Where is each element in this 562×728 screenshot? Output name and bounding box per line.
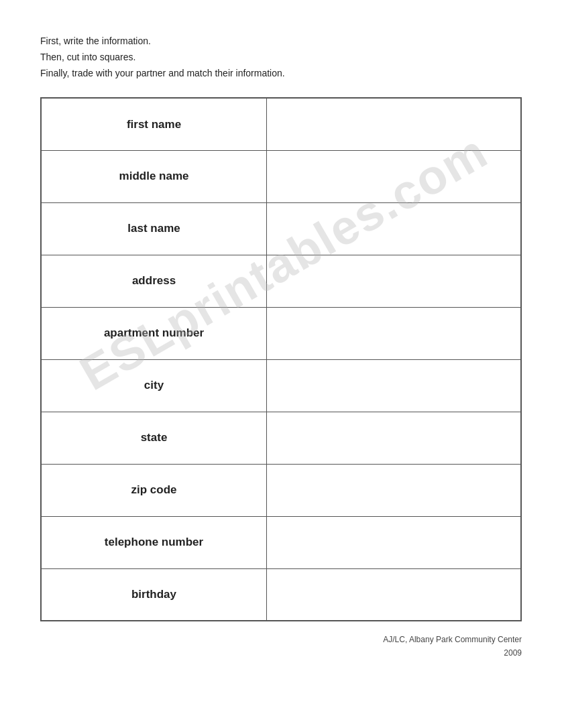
table-row: birthday (41, 568, 521, 621)
table-row: address (41, 255, 521, 307)
label-cell-8: telephone number (41, 516, 267, 568)
label-cell-5: city (41, 359, 267, 412)
value-cell-6[interactable] (267, 412, 521, 464)
label-cell-2: last name (41, 202, 267, 255)
table-row: city (41, 359, 521, 412)
instruction-line-1: First, write the information. (40, 34, 522, 50)
label-cell-6: state (41, 412, 267, 464)
value-cell-7[interactable] (267, 464, 521, 516)
value-cell-8[interactable] (267, 516, 521, 568)
value-cell-1[interactable] (267, 150, 521, 202)
label-cell-9: birthday (41, 568, 267, 621)
footer: AJ/LC, Albany Park Community Center 2009 (40, 633, 522, 659)
table-row: apartment number (41, 307, 521, 359)
value-cell-2[interactable] (267, 202, 521, 255)
label-cell-1: middle name (41, 150, 267, 202)
table-row: state (41, 412, 521, 464)
value-cell-3[interactable] (267, 255, 521, 307)
table-row: last name (41, 202, 521, 255)
info-table: first namemiddle namelast nameaddressapa… (40, 97, 522, 621)
table-row: first name (41, 98, 521, 150)
instructions-block: First, write the information. Then, cut … (40, 34, 522, 81)
value-cell-5[interactable] (267, 359, 521, 412)
table-row: telephone number (41, 516, 521, 568)
table-row: zip code (41, 464, 521, 516)
footer-year: 2009 (40, 647, 522, 660)
label-cell-4: apartment number (41, 307, 267, 359)
value-cell-4[interactable] (267, 307, 521, 359)
footer-credit: AJ/LC, Albany Park Community Center (40, 633, 522, 646)
instruction-line-2: Then, cut into squares. (40, 50, 522, 66)
label-cell-3: address (41, 255, 267, 307)
label-cell-7: zip code (41, 464, 267, 516)
value-cell-0[interactable] (267, 98, 521, 150)
table-row: middle name (41, 150, 521, 202)
label-cell-0: first name (41, 98, 267, 150)
value-cell-9[interactable] (267, 568, 521, 621)
instruction-line-3: Finally, trade with your partner and mat… (40, 66, 522, 82)
